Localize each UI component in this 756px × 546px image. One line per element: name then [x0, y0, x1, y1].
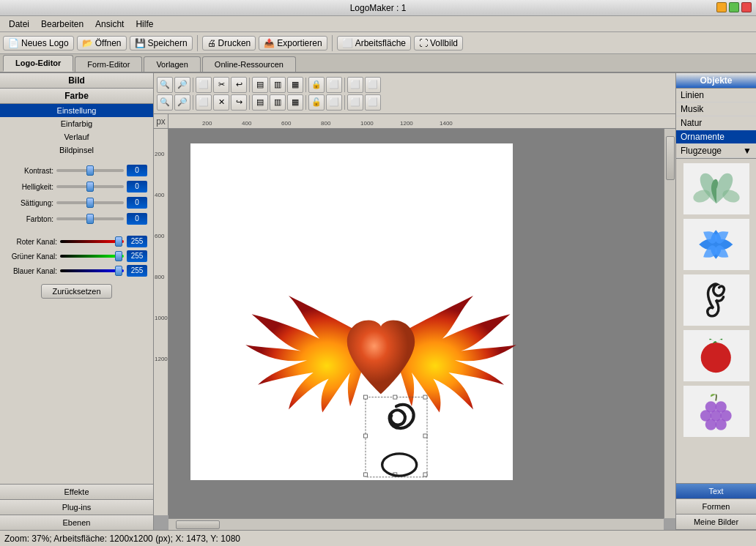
helligkeit-slider[interactable] — [56, 185, 124, 188]
plugins-button[interactable]: Plug-ins — [0, 499, 153, 515]
obj-natur[interactable]: Natur — [676, 116, 756, 130]
canvas-toolbar: 🔍 🔎 ⬜ ✂ ↩ ▤ ▥ ▦ 🔒 ⬜ ⬜ ⬜ 🔍 🔎 — [154, 73, 675, 114]
canvas-area: 🔍 🔎 ⬜ ✂ ↩ ▤ ▥ ▦ 🔒 ⬜ ⬜ ⬜ 🔍 🔎 — [154, 73, 675, 530]
lock-btn[interactable]: 🔒 — [308, 77, 325, 93]
saettigung-slider[interactable] — [56, 201, 124, 204]
einfarbig-btn[interactable]: Einfarbig — [0, 117, 153, 130]
align3-btn[interactable]: ▦ — [287, 77, 303, 93]
zoom-out2-btn[interactable]: 🔎 — [174, 94, 190, 111]
tabbar: Logo-Editor Form-Editor Vorlagen Online-… — [0, 54, 756, 73]
kontrast-slider[interactable] — [56, 169, 124, 172]
titlebar-title: LogoMaker : 1 — [350, 3, 407, 13]
object-thumb-5[interactable] — [683, 386, 749, 437]
open-icon: 📂 — [82, 38, 93, 48]
close-button[interactable] — [741, 2, 752, 12]
align2-btn[interactable]: ▥ — [270, 77, 286, 93]
ruler-unit: px — [156, 116, 166, 127]
tab-form-editor[interactable]: Form-Editor — [75, 56, 142, 72]
text-button[interactable]: Text — [676, 484, 756, 499]
bildpinsel-btn[interactable]: Bildpinsel — [0, 143, 153, 157]
paste-btn[interactable]: ⬜ — [196, 94, 212, 111]
helligkeit-value: 0 — [127, 181, 147, 192]
group1-btn[interactable]: ⬜ — [326, 77, 342, 93]
transform4-btn[interactable]: ⬜ — [365, 94, 381, 111]
red-channel-slider[interactable] — [60, 240, 124, 243]
svg-point-19 — [705, 419, 716, 430]
green-channel-slider[interactable] — [60, 255, 124, 258]
fullscreen-button[interactable]: ⛶ Vollbild — [414, 36, 463, 51]
valign1-btn[interactable]: ▤ — [252, 94, 268, 111]
cut-btn[interactable]: ✂ — [213, 77, 229, 93]
saettigung-label: Sättigung: — [6, 199, 53, 207]
print-button[interactable]: 🖨 Drucken — [202, 36, 256, 51]
canvas-toolbar-row1: 🔍 🔎 ⬜ ✂ ↩ ▤ ▥ ▦ 🔒 ⬜ ⬜ ⬜ — [157, 77, 672, 93]
object-thumb-3[interactable] — [683, 274, 749, 326]
vertical-scrollbar[interactable] — [664, 129, 675, 518]
valign3-btn[interactable]: ▦ — [287, 94, 303, 111]
undo-btn[interactable]: ↩ — [231, 77, 247, 93]
redo-btn[interactable]: ↪ — [231, 94, 247, 111]
zoom-out-btn[interactable]: 🔍 — [157, 94, 173, 111]
export-button[interactable]: 📤 Exportieren — [259, 36, 327, 51]
blue-channel-slider[interactable] — [60, 269, 124, 272]
tab-vorlagen[interactable]: Vorlagen — [144, 56, 200, 72]
menu-bearbeiten[interactable]: Bearbeiten — [35, 18, 89, 31]
workspace-button[interactable]: ⬜ Arbeitsfläche — [337, 36, 411, 51]
obj-flugzeuge[interactable]: Flugzeuge ▼ — [676, 144, 756, 158]
transform2-btn[interactable]: ⬜ — [365, 77, 381, 93]
group2-btn[interactable]: ⬜ — [326, 94, 342, 111]
farbton-slider[interactable] — [56, 217, 124, 220]
valign2-btn[interactable]: ▥ — [270, 94, 286, 111]
delete-btn[interactable]: ✕ — [213, 94, 229, 111]
toolbar-sep-1 — [197, 35, 198, 51]
objects-scroll[interactable] — [676, 159, 756, 483]
menu-datei[interactable]: Datei — [3, 18, 35, 31]
effekte-button[interactable]: Effekte — [0, 484, 153, 499]
transform3-btn[interactable]: ⬜ — [347, 94, 363, 111]
menu-hilfe[interactable]: Hilfe — [130, 18, 159, 31]
ebenen-button[interactable]: Ebenen — [0, 515, 153, 530]
transform1-btn[interactable]: ⬜ — [347, 77, 363, 93]
ruler-corner: px — [154, 114, 168, 129]
obj-linien[interactable]: Linien — [676, 89, 756, 102]
svg-rect-7 — [363, 434, 367, 438]
zoom-in2-btn[interactable]: 🔎 — [174, 77, 190, 93]
print-label: Drucken — [218, 38, 251, 48]
toolbar: 📄 Neues Logo 📂 Öffnen 💾 Speichern 🖨 Druc… — [0, 32, 756, 54]
svg-rect-5 — [393, 395, 397, 399]
tab-logo-editor[interactable]: Logo-Editor — [3, 55, 73, 72]
menu-ansicht[interactable]: Ansicht — [89, 18, 130, 31]
horizontal-scrollbar[interactable] — [168, 518, 664, 530]
open-button[interactable]: 📂 Öffnen — [77, 36, 127, 51]
object-thumb-4[interactable] — [683, 330, 749, 381]
green-channel-value: 255 — [127, 250, 147, 262]
fullscreen-icon: ⛶ — [419, 38, 428, 48]
canvas-content[interactable] — [168, 129, 664, 518]
reset-button[interactable]: Zurücksetzen — [41, 284, 111, 299]
zoom-in-btn[interactable]: 🔍 — [157, 77, 173, 93]
einstellung-btn[interactable]: Einstellung — [0, 104, 153, 117]
ruler-top: 200 400 600 800 1000 1200 1400 — [168, 114, 675, 129]
canvas-scroll[interactable]: px 200 400 600 800 1000 1200 1400 200 40… — [154, 114, 675, 530]
lock2-btn[interactable]: 🔓 — [308, 94, 325, 111]
farbton-value: 0 — [127, 213, 147, 225]
new-logo-button[interactable]: 📄 Neues Logo — [3, 36, 74, 51]
minimize-button[interactable] — [716, 2, 727, 12]
tab-online-ressourcen[interactable]: Online-Ressourcen — [202, 56, 296, 72]
vscroll-thumb[interactable] — [666, 136, 675, 180]
align1-btn[interactable]: ▤ — [252, 77, 268, 93]
farbe-header: Farbe — [0, 89, 153, 104]
kontrast-value: 0 — [127, 165, 147, 176]
hscroll-thumb[interactable] — [176, 520, 220, 529]
obj-musik[interactable]: Musik — [676, 102, 756, 116]
save-button[interactable]: 💾 Speichern — [130, 36, 193, 51]
object-thumb-1[interactable] — [683, 163, 749, 214]
obj-ornamente[interactable]: Ornamente — [676, 130, 756, 144]
object-thumb-2[interactable] — [683, 219, 749, 270]
green-channel-row: Grüner Kanal: 255 — [0, 249, 153, 263]
maximize-button[interactable] — [729, 2, 739, 12]
meine-bilder-button[interactable]: Meine Bilder — [676, 515, 756, 530]
verlauf-btn[interactable]: Verlauf — [0, 130, 153, 143]
copy-btn[interactable]: ⬜ — [196, 77, 212, 93]
formen-button[interactable]: Formen — [676, 499, 756, 515]
